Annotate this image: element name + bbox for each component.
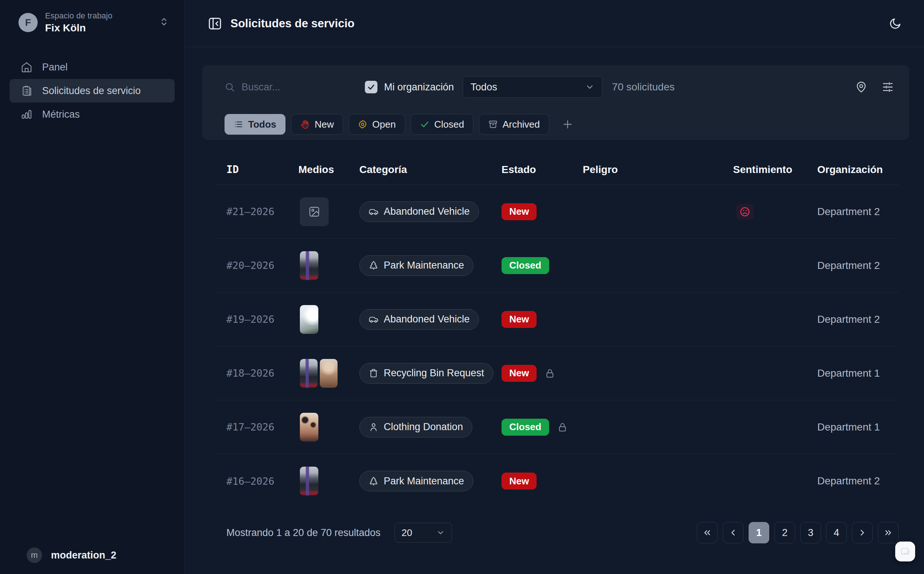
page-header: Solicitudes de servicio	[185, 0, 924, 47]
request-id: #20–2026	[215, 260, 298, 271]
organization: Department 2	[817, 206, 899, 218]
table-row[interactable]: #16–2026 Park Maintenance New Department…	[215, 454, 899, 508]
table-row[interactable]: #18–2026 Recycling Bin Request New	[215, 346, 899, 400]
chevron-down-icon	[436, 528, 445, 537]
table-row[interactable]: #19–2026 Abandoned Vehicle New Departmen…	[215, 293, 899, 346]
media-thumbnail[interactable]	[300, 413, 318, 442]
organization: Department 1	[817, 421, 899, 433]
pagination-bar: Mostrando 1 a 20 de 70 resultados 20 1 2…	[215, 522, 899, 543]
page-size-select[interactable]: 20	[394, 523, 452, 542]
media-thumbnail[interactable]	[300, 305, 318, 334]
sidebar-item-solicitudes[interactable]: Solicitudes de servicio	[9, 79, 175, 102]
archive-icon	[488, 120, 498, 129]
user-menu[interactable]: m moderation_2	[0, 547, 184, 574]
sidebar: F Espacio de trabajo Fix Köln Panel Soli…	[0, 0, 185, 574]
my-organization-label[interactable]: Mi organización	[384, 82, 454, 93]
column-header-medios: Medios	[298, 164, 359, 176]
filter-chip-todos[interactable]: Todos	[225, 114, 285, 135]
category-chip: Park Maintenance	[359, 471, 473, 491]
sidebar-item-panel[interactable]: Panel	[9, 55, 175, 79]
category-chip: Recycling Bin Request	[359, 363, 494, 384]
lock-icon	[557, 422, 568, 432]
category-label: Clothing Donation	[384, 421, 463, 433]
media-thumbnail[interactable]	[300, 467, 318, 495]
organization-filter-select[interactable]: Todos	[463, 76, 602, 98]
table-row[interactable]: #21–2026 Abandoned Vehicle New	[215, 185, 899, 239]
home-icon	[21, 61, 33, 73]
page-button-1[interactable]: 1	[748, 522, 769, 543]
workspace-avatar: F	[19, 13, 38, 32]
filter-chip-closed[interactable]: Closed	[411, 114, 473, 135]
gear-icon	[358, 120, 367, 129]
sidebar-item-metricas[interactable]: Métricas	[9, 102, 175, 126]
chevron-down-icon	[585, 82, 595, 92]
search-icon	[225, 82, 235, 92]
workspace-switcher[interactable]: F Espacio de trabajo Fix Köln	[0, 0, 184, 34]
previous-page-button[interactable]	[723, 522, 744, 543]
media-thumbnail[interactable]	[320, 359, 337, 388]
map-pin-icon[interactable]	[855, 81, 867, 93]
organization-filter-value: Todos	[470, 82, 585, 93]
chevrons-up-down-icon	[159, 17, 169, 28]
request-id: #21–2026	[215, 206, 298, 217]
page-title: Solicitudes de servicio	[231, 17, 354, 30]
column-header-organizacion: Organización	[817, 164, 899, 176]
panel-collapse-icon[interactable]	[207, 16, 223, 32]
sliders-icon[interactable]	[882, 81, 894, 93]
organization: Department 2	[817, 475, 899, 487]
category-label: Park Maintenance	[384, 260, 464, 271]
sidebar-item-label: Solicitudes de servicio	[42, 85, 141, 97]
app-root: F Espacio de trabajo Fix Köln Panel Soli…	[0, 0, 924, 574]
page-button-4[interactable]: 4	[826, 522, 847, 543]
column-header-sentimiento: Sentimiento	[733, 164, 817, 176]
pagination-summary: Mostrando 1 a 20 de 70 resultados	[215, 527, 380, 539]
last-page-button[interactable]	[878, 522, 899, 543]
my-organization-checkbox[interactable]	[365, 81, 377, 93]
category-chip: Park Maintenance	[359, 255, 473, 276]
first-page-button[interactable]	[697, 522, 718, 543]
status-badge: New	[502, 365, 536, 382]
search-input[interactable]	[242, 82, 352, 93]
add-filter-button[interactable]	[561, 118, 574, 131]
column-header-id: ID	[215, 163, 298, 176]
workspace-name: Fix Köln	[45, 22, 152, 34]
category-label: Abandoned Vehicle	[384, 206, 470, 217]
page-button-2[interactable]: 2	[774, 522, 795, 543]
column-header-categoria: Categoría	[359, 164, 502, 176]
next-page-button[interactable]	[852, 522, 873, 543]
lock-icon	[545, 368, 555, 378]
check-icon	[420, 120, 429, 129]
page-button-3[interactable]: 3	[800, 522, 821, 543]
chip-label: Archived	[503, 119, 540, 130]
chip-label: Open	[372, 119, 396, 130]
sidebar-item-label: Métricas	[42, 109, 80, 120]
chevrons-left-icon	[702, 528, 712, 538]
media-thumbnail[interactable]	[300, 251, 318, 280]
bar-chart-icon	[21, 109, 33, 120]
car-icon	[369, 314, 378, 324]
category-label: Abandoned Vehicle	[384, 314, 470, 325]
request-id: #17–2026	[215, 421, 298, 433]
chip-label: New	[315, 119, 334, 130]
column-header-peligro: Peligro	[583, 164, 733, 176]
moon-icon[interactable]	[887, 16, 903, 32]
tree-icon	[369, 476, 378, 486]
table-row[interactable]: #17–2026 Clothing Donation Closed	[215, 400, 899, 454]
filter-chip-new[interactable]: New	[291, 114, 343, 135]
status-badge: Closed	[502, 257, 549, 274]
filter-chip-archived[interactable]: Archived	[479, 114, 549, 135]
category-chip: Abandoned Vehicle	[359, 202, 479, 222]
person-icon	[369, 422, 378, 432]
status-badge: New	[502, 473, 536, 489]
image-placeholder-icon[interactable]	[300, 197, 329, 226]
category-chip: Clothing Donation	[359, 417, 472, 437]
chip-label: Closed	[434, 119, 464, 130]
filter-chip-open[interactable]: Open	[349, 114, 405, 135]
category-label: Recycling Bin Request	[384, 367, 484, 379]
widget-launcher-button[interactable]	[895, 541, 915, 561]
media-thumbnail[interactable]	[300, 359, 318, 388]
chevron-left-icon	[728, 528, 738, 538]
filter-panel: Mi organización Todos 70 solicitudes	[203, 65, 909, 140]
organization: Department 2	[817, 260, 899, 271]
table-row[interactable]: #20–2026 Park Maintenance Closed Departm…	[215, 239, 899, 293]
